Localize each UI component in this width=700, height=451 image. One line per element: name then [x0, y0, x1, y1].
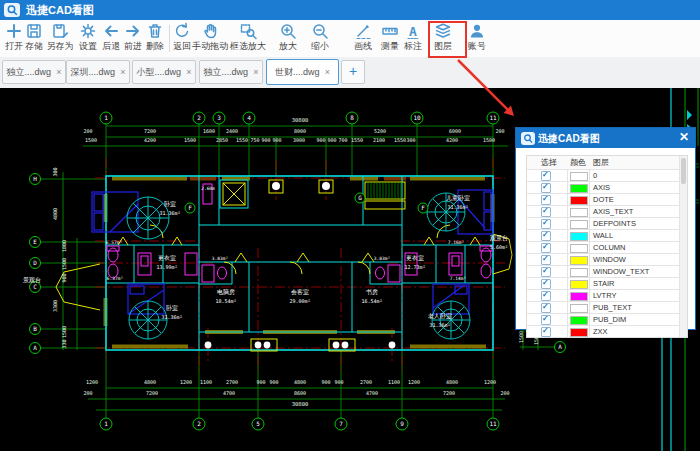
tab-3[interactable]: 小型....dwg×: [132, 60, 196, 84]
layer-checkbox-checked[interactable]: [541, 267, 551, 277]
toolbar-button-trash[interactable]: 删除: [140, 22, 170, 55]
toolbar-button-layers[interactable]: 图层: [428, 22, 458, 55]
tab-close-icon[interactable]: ×: [120, 67, 125, 77]
dim-text: 30800: [292, 401, 309, 407]
layer-name-cell[interactable]: AXIS: [589, 182, 680, 193]
dim-text: 8600: [294, 390, 306, 396]
layer-name: LVTRY: [593, 291, 616, 300]
layer-name-cell[interactable]: ZXX: [589, 326, 680, 337]
column-header-select: 选择: [541, 157, 557, 168]
toolbar-button-annotate[interactable]: A标注: [398, 22, 428, 55]
layer-select-cell: [527, 218, 568, 229]
layer-name-cell[interactable]: DOTE: [589, 194, 680, 205]
layer-name-cell[interactable]: PUB_TEXT: [589, 302, 680, 313]
room-name: 电脑房: [217, 288, 235, 295]
layer-color-cell[interactable]: [567, 266, 590, 277]
layer-color-cell[interactable]: [567, 218, 590, 229]
layer-name-cell[interactable]: WALL: [589, 230, 680, 241]
tab-label: 深圳....dwg: [71, 67, 116, 77]
layer-checkbox-checked[interactable]: [541, 279, 551, 289]
layers-dialog-titlebar[interactable]: 迅捷CAD看图 ✕: [516, 128, 695, 148]
layer-row: DOTE: [527, 194, 687, 206]
axis-label: F: [188, 204, 192, 211]
layer-select-cell: [527, 242, 568, 253]
layer-checkbox-checked[interactable]: [541, 243, 551, 253]
layer-checkbox-checked[interactable]: [541, 195, 551, 205]
dim-text: 4200: [446, 137, 458, 143]
layer-color-cell[interactable]: [567, 326, 590, 337]
tab-close-icon[interactable]: ×: [325, 67, 330, 77]
layer-color-cell[interactable]: [567, 302, 590, 313]
layer-name-cell[interactable]: WINDOW_TEXT: [589, 266, 680, 277]
layer-color-cell[interactable]: [567, 278, 590, 289]
dim-text: 1550: [394, 137, 406, 143]
tab-1[interactable]: 独立....dwg×: [2, 60, 66, 84]
layer-name-cell[interactable]: WINDOW: [589, 254, 680, 265]
layers-dialog: 迅捷CAD看图 ✕ 选择 颜色 图层 0AXISDOTEAXIS_TEXTDEF…: [515, 127, 696, 330]
tab-close-icon[interactable]: ×: [186, 67, 191, 77]
layer-checkbox-checked[interactable]: [541, 327, 551, 337]
layer-row: WINDOW_TEXT: [527, 266, 687, 278]
layer-checkbox-checked[interactable]: [541, 219, 551, 229]
layer-color-cell[interactable]: [567, 182, 590, 193]
layer-color-swatch: [570, 292, 588, 301]
layer-name-cell[interactable]: STAIR: [589, 278, 680, 289]
layer-color-cell[interactable]: [567, 170, 590, 181]
axis-label: 1: [104, 114, 108, 121]
tab-close-icon[interactable]: ×: [56, 67, 61, 77]
room-area: 18.54m²: [215, 298, 236, 304]
layer-select-cell: [527, 314, 568, 325]
layer-checkbox-checked[interactable]: [541, 291, 551, 301]
fixture-area: 7.16m²: [448, 240, 464, 245]
room-name: 老人卧室: [428, 312, 452, 319]
axis-label: F: [421, 204, 425, 211]
layer-name: ZXX: [593, 327, 608, 336]
dim-text: 200: [83, 390, 92, 396]
toolbar-button-save-as[interactable]: 另存为: [43, 22, 77, 55]
layer-checkbox-checked[interactable]: [541, 315, 551, 325]
layer-color-cell[interactable]: [567, 254, 590, 265]
new-tab-button[interactable]: +: [341, 60, 365, 84]
room-name: 更衣室: [406, 254, 424, 261]
layer-name-cell[interactable]: DEFPOINTS: [589, 218, 680, 229]
layer-checkbox-checked[interactable]: [541, 255, 551, 265]
layer-color-cell[interactable]: [567, 206, 590, 217]
layer-color-cell[interactable]: [567, 242, 590, 253]
layer-name-cell[interactable]: AXIS_TEXT: [589, 206, 680, 217]
tab-close-icon[interactable]: ×: [253, 67, 258, 77]
close-icon[interactable]: ✕: [679, 130, 689, 144]
toolbar-button-pencil[interactable]: 画线: [348, 22, 378, 55]
layer-color-cell[interactable]: [567, 194, 590, 205]
scrollbar-thumb[interactable]: [681, 158, 686, 184]
layer-row: PUB_DIM: [527, 314, 687, 326]
dim-text: 4800: [294, 379, 306, 385]
layer-color-cell[interactable]: [567, 314, 590, 325]
layer-color-cell[interactable]: [567, 290, 590, 301]
layer-checkbox-checked[interactable]: [541, 171, 551, 181]
layer-name: DEFPOINTS: [593, 219, 636, 228]
fixture-area: 2.60m: [201, 186, 215, 191]
dialog-logo-icon: [521, 131, 535, 149]
tab-4[interactable]: 独立....dwg×: [199, 60, 263, 84]
dim-text: 300: [52, 167, 58, 176]
layer-name-cell[interactable]: LVTRY: [589, 290, 680, 301]
layer-color-swatch: [570, 304, 588, 313]
tab-5-active[interactable]: 世财....dwg×: [266, 59, 339, 85]
layer-name-cell[interactable]: COLUMN: [589, 242, 680, 253]
layer-checkbox-checked[interactable]: [541, 231, 551, 241]
dim-text: 7200: [146, 390, 158, 396]
layer-color-cell[interactable]: [567, 230, 590, 241]
toolbar-button-label: 标注: [398, 41, 428, 51]
layer-checkbox-checked[interactable]: [541, 207, 551, 217]
layer-color-swatch: [570, 328, 588, 337]
layer-name-cell[interactable]: PUB_DIM: [589, 314, 680, 325]
toolbar-button-zoom-out[interactable]: 缩小: [305, 22, 335, 55]
layer-color-swatch: [570, 172, 588, 181]
layer-name-cell[interactable]: 0: [589, 170, 680, 181]
layers-scrollbar[interactable]: [679, 156, 687, 337]
layer-checkbox-checked[interactable]: [541, 303, 551, 313]
layer-checkbox-checked[interactable]: [541, 183, 551, 193]
tab-2[interactable]: 深圳....dwg×: [66, 60, 130, 84]
toolbar-button-zoom-in[interactable]: 放大: [273, 22, 303, 55]
toolbar-button-box-zoom[interactable]: 框选放大: [225, 22, 271, 55]
